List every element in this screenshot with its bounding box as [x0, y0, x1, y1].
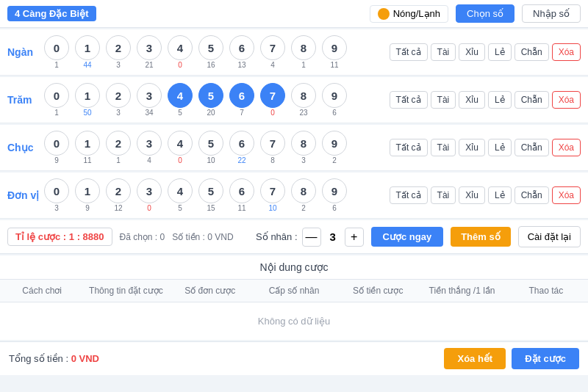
num-btn-0-5[interactable]: 516 [198, 35, 223, 69]
action-chan-1[interactable]: Chẵn [514, 91, 549, 109]
num-btn-1-2[interactable]: 23 [106, 83, 131, 117]
cuoc-ngay-button[interactable]: Cược ngay [371, 227, 444, 247]
num-count-3-7: 10 [268, 204, 276, 212]
action-xiu-2[interactable]: Xỉu [459, 139, 485, 156]
plus-button[interactable]: + [345, 228, 364, 247]
num-btn-1-0[interactable]: 01 [44, 83, 69, 117]
num-btn-0-3[interactable]: 321 [137, 35, 162, 69]
bottom-bar: Tổng số tiền : 0 VND Xóa hết Đặt cược [0, 341, 588, 375]
num-btn-3-7[interactable]: 710 [260, 178, 285, 212]
num-btn-0-4[interactable]: 40 [168, 35, 193, 69]
action-btns-3: Tất cảTàiXỉuLẻChẵnXóa [390, 186, 581, 204]
action-tat_ca-2[interactable]: Tất cả [390, 139, 428, 156]
action-xoa-3[interactable]: Xóa [552, 186, 581, 204]
tab-nhap-so[interactable]: Nhập số [522, 4, 581, 23]
row-label-1: Trăm [7, 94, 44, 106]
num-circle-1-4: 4 [168, 83, 193, 108]
num-btn-3-3[interactable]: 30 [137, 178, 162, 212]
num-btn-3-6[interactable]: 611 [229, 178, 254, 212]
top-bar: 4 Càng Đặc Biệt Nóng/Lạnh Chọn số Nhập s… [0, 0, 588, 28]
num-btn-0-8[interactable]: 81 [291, 35, 316, 69]
action-xoa-0[interactable]: Xóa [552, 43, 581, 61]
num-circle-3-6: 6 [229, 178, 254, 203]
num-btn-3-1[interactable]: 19 [75, 178, 100, 212]
num-count-2-4: 0 [178, 156, 182, 164]
num-circle-1-3: 3 [137, 83, 162, 108]
num-btn-2-8[interactable]: 83 [291, 131, 316, 164]
num-count-0-8: 1 [301, 61, 306, 69]
num-btn-2-9[interactable]: 92 [322, 131, 347, 164]
action-le-3[interactable]: Lẻ [488, 186, 512, 204]
row-1: Trăm011502333445520677082396Tất cảTàiXỉu… [0, 77, 588, 123]
dat-cuoc-button[interactable]: Đặt cược [512, 348, 579, 369]
num-btn-2-1[interactable]: 111 [75, 131, 100, 164]
num-count-1-9: 6 [332, 109, 337, 117]
num-btn-0-9[interactable]: 911 [322, 35, 347, 69]
num-btn-1-3[interactable]: 334 [137, 83, 162, 117]
num-btn-1-5[interactable]: 520 [198, 83, 223, 117]
num-btn-0-1[interactable]: 144 [75, 35, 100, 69]
num-btn-0-0[interactable]: 01 [44, 35, 69, 69]
cai-dat-lai-button[interactable]: Cài đặt lại [518, 226, 581, 247]
num-btn-2-3[interactable]: 34 [137, 131, 162, 164]
num-btn-0-6[interactable]: 613 [229, 35, 254, 69]
num-btn-1-7[interactable]: 70 [260, 83, 285, 117]
num-btn-1-1[interactable]: 150 [75, 83, 100, 117]
action-tai-3[interactable]: Tài [431, 186, 456, 204]
them-so-button[interactable]: Thêm số [451, 227, 511, 247]
action-tai-1[interactable]: Tài [431, 91, 456, 109]
action-tai-0[interactable]: Tài [431, 43, 456, 61]
da-chon: Đã chọn : 0 [120, 232, 165, 242]
action-le-1[interactable]: Lẻ [488, 91, 512, 109]
noi-dung-title: Nội dung cược [0, 255, 588, 280]
action-xiu-0[interactable]: Xỉu [459, 43, 485, 61]
action-xoa-1[interactable]: Xóa [552, 91, 581, 109]
action-chan-2[interactable]: Chẵn [514, 139, 549, 156]
table-header-6: Thao tác [504, 284, 588, 297]
num-btn-3-0[interactable]: 03 [44, 178, 69, 212]
num-btn-3-9[interactable]: 96 [322, 178, 347, 212]
num-btn-3-5[interactable]: 515 [198, 178, 223, 212]
num-btn-2-0[interactable]: 09 [44, 131, 69, 164]
num-count-1-4: 5 [178, 109, 182, 117]
num-circle-3-0: 0 [44, 178, 69, 203]
action-le-2[interactable]: Lẻ [488, 139, 512, 156]
num-btn-2-5[interactable]: 510 [198, 131, 223, 164]
minus-button[interactable]: — [302, 228, 321, 247]
num-btn-1-4[interactable]: 45 [168, 83, 193, 117]
table-header-0: Cách chơi [0, 284, 84, 297]
num-btn-1-9[interactable]: 96 [322, 83, 347, 117]
num-btn-3-2[interactable]: 212 [106, 178, 131, 212]
num-btn-2-4[interactable]: 40 [168, 131, 193, 164]
num-circle-3-5: 5 [198, 178, 223, 203]
action-xoa-2[interactable]: Xóa [552, 139, 581, 156]
num-btn-2-6[interactable]: 622 [229, 131, 254, 164]
num-count-2-6: 22 [237, 156, 245, 164]
ti-le-label: Tỉ lệ cược : [15, 231, 66, 242]
num-btn-3-8[interactable]: 82 [291, 178, 316, 212]
nong-lanh-button[interactable]: Nóng/Lạnh [370, 5, 448, 23]
num-btn-2-2[interactable]: 21 [106, 131, 131, 164]
numbers-row-1: 011502333445520677082396 [44, 83, 382, 117]
action-tat_ca-1[interactable]: Tất cả [390, 91, 428, 109]
tag-4cang: 4 Càng Đặc Biệt [7, 6, 96, 21]
num-btn-3-4[interactable]: 45 [168, 178, 193, 212]
action-chan-3[interactable]: Chẵn [514, 186, 549, 204]
action-xiu-1[interactable]: Xỉu [459, 91, 485, 109]
action-tat_ca-3[interactable]: Tất cả [390, 186, 428, 204]
num-count-3-1: 9 [85, 204, 90, 212]
num-btn-0-2[interactable]: 23 [106, 35, 131, 69]
num-btn-0-7[interactable]: 74 [260, 35, 285, 69]
action-tat_ca-0[interactable]: Tất cả [390, 43, 428, 61]
num-count-3-5: 15 [207, 204, 215, 212]
action-le-0[interactable]: Lẻ [488, 43, 512, 61]
action-xiu-3[interactable]: Xỉu [459, 186, 485, 204]
num-btn-1-8[interactable]: 823 [291, 83, 316, 117]
num-btn-1-6[interactable]: 67 [229, 83, 254, 117]
action-chan-0[interactable]: Chẵn [514, 43, 549, 61]
xoa-het-button[interactable]: Xóa hết [444, 348, 506, 369]
tab-chon-so[interactable]: Chọn số [456, 4, 514, 23]
num-btn-2-7[interactable]: 78 [260, 131, 285, 164]
nong-lanh-label: Nóng/Lạnh [393, 8, 440, 19]
action-tai-2[interactable]: Tài [431, 139, 456, 156]
